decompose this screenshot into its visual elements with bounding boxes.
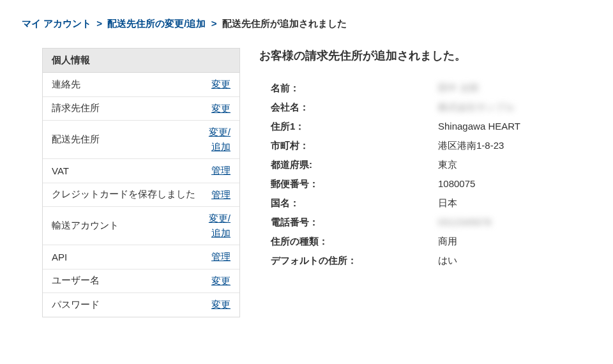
- sidebar-item-label: API: [52, 252, 67, 262]
- breadcrumb-my-account[interactable]: マイ アカウント: [22, 18, 91, 29]
- sidebar-item-label: 連絡先: [52, 79, 80, 91]
- breadcrumb-current: 配送先住所が追加されました: [222, 18, 347, 29]
- sidebar-item-label: パスワード: [52, 299, 100, 311]
- sidebar-item-label: VAT: [52, 165, 69, 176]
- sidebar-item-action[interactable]: 変更: [211, 102, 231, 116]
- detail-value: 1080075: [438, 178, 475, 190]
- detail-label: 市町村：: [259, 140, 438, 152]
- breadcrumb-shipping-change[interactable]: 配送先住所の変更/追加: [107, 18, 206, 29]
- sidebar-item-action[interactable]: 管理: [211, 250, 231, 264]
- sidebar-item: VAT管理: [43, 159, 239, 183]
- sidebar-item-label: 請求先住所: [52, 102, 100, 114]
- detail-row: 電話番号：0312345678: [259, 216, 591, 229]
- sidebar-item-label: ユーザー名: [52, 275, 100, 287]
- detail-row: 都道府県:東京: [259, 159, 591, 171]
- sidebar-item: 連絡先変更: [43, 73, 239, 97]
- detail-row: 住所の種類：商用: [259, 236, 591, 248]
- detail-label: 名前：: [259, 82, 438, 95]
- detail-label: 住所の種類：: [259, 236, 438, 248]
- detail-row: 市町村：港区港南1-8-23: [259, 140, 591, 152]
- breadcrumb-separator: >: [211, 18, 217, 29]
- sidebar-item-label: 輸送アカウント: [52, 220, 119, 232]
- sidebar-item-action[interactable]: 変更: [211, 77, 231, 92]
- page-title: お客様の請求先住所が追加されました。: [259, 48, 591, 63]
- sidebar-item: ユーザー名変更: [43, 269, 239, 294]
- sidebar-item-action[interactable]: 管理: [211, 188, 231, 202]
- detail-value: 港区港南1-8-23: [438, 140, 504, 152]
- sidebar-item-action[interactable]: 変更: [211, 274, 231, 289]
- detail-value: 田中 太郎: [438, 82, 479, 95]
- sidebar-item-action[interactable]: 変更/ 追加: [209, 211, 231, 240]
- detail-row: 名前：田中 太郎: [259, 82, 591, 95]
- sidebar-item-action[interactable]: 変更: [211, 298, 231, 312]
- detail-row: 会社名：株式会社サンプル: [259, 102, 591, 114]
- detail-row: デフォルトの住所：はい: [259, 255, 591, 267]
- sidebar-item: パスワード変更: [43, 293, 239, 317]
- sidebar-item: クレジットカードを保存しました管理: [43, 183, 239, 208]
- detail-value: 日本: [438, 197, 457, 209]
- detail-value: 東京: [438, 159, 457, 171]
- detail-label: 会社名：: [259, 102, 438, 114]
- detail-row: 住所1：Shinagawa HEART: [259, 121, 591, 133]
- sidebar-header: 個人情報: [43, 49, 239, 73]
- detail-value: 商用: [438, 236, 457, 248]
- sidebar-item-label: クレジットカードを保存しました: [52, 188, 195, 201]
- sidebar-item: API管理: [43, 245, 239, 269]
- detail-value: 株式会社サンプル: [438, 102, 515, 114]
- detail-label: 住所1：: [259, 121, 438, 133]
- sidebar-personal-info: 個人情報 連絡先変更請求先住所変更配送先住所変更/ 追加VAT管理クレジットカー…: [42, 48, 240, 317]
- sidebar-item-action[interactable]: 変更/ 追加: [209, 125, 231, 154]
- detail-label: 都道府県:: [259, 159, 438, 171]
- sidebar-item: 輸送アカウント変更/ 追加: [43, 207, 239, 245]
- breadcrumb: マイ アカウント > 配送先住所の変更/追加 > 配送先住所が追加されました: [22, 18, 591, 30]
- detail-value: Shinagawa HEART: [438, 121, 520, 133]
- detail-row: 郵便番号：1080075: [259, 178, 591, 190]
- detail-row: 国名：日本: [259, 197, 591, 209]
- detail-label: 電話番号：: [259, 216, 438, 229]
- breadcrumb-separator: >: [96, 18, 102, 29]
- detail-label: 郵便番号：: [259, 178, 438, 190]
- sidebar-item-action[interactable]: 管理: [211, 163, 231, 178]
- sidebar-item-label: 配送先住所: [52, 133, 100, 146]
- sidebar-item: 請求先住所変更: [43, 97, 239, 121]
- main-content: お客様の請求先住所が追加されました。 名前：田中 太郎会社名：株式会社サンプル住…: [259, 48, 591, 274]
- sidebar-item: 配送先住所変更/ 追加: [43, 121, 239, 159]
- detail-value: はい: [438, 255, 457, 267]
- detail-label: 国名：: [259, 197, 438, 209]
- detail-value: 0312345678: [438, 216, 491, 229]
- detail-label: デフォルトの住所：: [259, 255, 438, 267]
